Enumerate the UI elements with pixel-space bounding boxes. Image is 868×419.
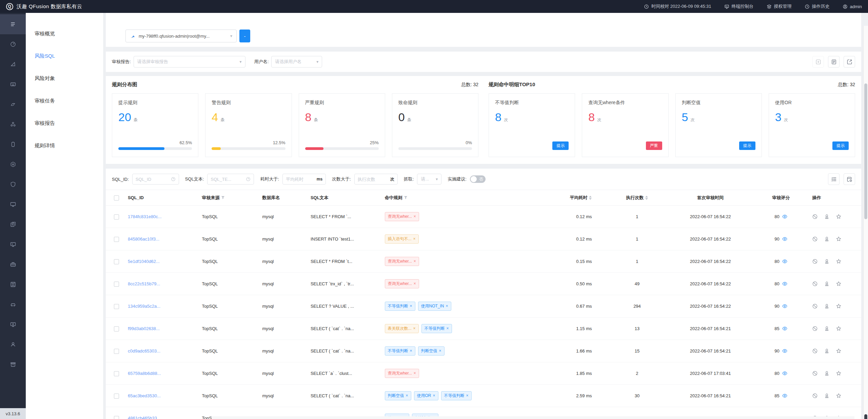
tag-close-icon[interactable]: × [414,371,416,376]
star-icon[interactable] [836,303,842,309]
sql-id-input[interactable] [136,177,171,182]
scrollbar-thumb-dark[interactable] [864,414,867,419]
backup-icon[interactable] [0,274,26,294]
star-icon[interactable] [836,281,842,287]
tag-close-icon[interactable]: × [466,393,469,398]
tag-close-icon[interactable]: × [414,259,416,264]
sql-text-input[interactable] [211,177,246,182]
instance-select[interactable]: my-798ff0.qfusion-admin|root@my... ▾ [125,30,237,42]
sort-control[interactable] [645,196,648,200]
sidebar-item-5[interactable]: 规则详情 [26,134,103,157]
rule-tag[interactable]: 使用OR× [414,391,438,400]
eye-icon[interactable] [782,236,788,242]
database-icon[interactable] [0,134,26,154]
report-icon[interactable] [0,214,26,234]
row-checkbox[interactable] [114,371,119,376]
sql-id-link[interactable]: f99d3ab02638... [128,326,160,331]
tag-close-icon[interactable]: × [414,281,416,286]
eye-icon[interactable] [782,393,788,399]
row-checkbox[interactable] [114,349,119,354]
topbar-item[interactable]: 时间校对 2022-06-09 09:45:31 [644,3,711,9]
tag-close-icon[interactable]: × [410,348,412,353]
sql-id-link[interactable]: 65759a8b6d88... [128,371,161,376]
rule-tag[interactable]: 查询无wher...× [385,369,419,378]
tag-close-icon[interactable]: × [406,393,408,398]
eye-icon[interactable] [782,326,788,331]
toolbox-icon[interactable] [0,254,26,274]
sql-id-link[interactable]: 134c959a5c2a... [128,304,160,309]
top-sql-icon[interactable] [0,54,26,74]
ban-icon[interactable] [812,303,818,309]
stamp-icon[interactable] [824,393,830,399]
user-icon[interactable] [0,335,26,355]
sidebar-item-2[interactable]: 风险对象 [26,67,103,90]
rule-tag[interactable]: 插入语句不...× [385,234,419,244]
topbar-item[interactable]: admin [843,4,862,9]
rule-tag[interactable]: 判断空值× [385,391,411,400]
menu-icon[interactable] [0,14,26,34]
rule-tag[interactable]: 判断空值× [418,346,445,356]
checklist-icon[interactable] [828,173,840,185]
rule-tag[interactable]: 不等值判断× [385,346,415,356]
severity-tag[interactable]: 提示 [552,141,569,150]
eye-icon[interactable] [782,214,788,220]
topbar-item[interactable]: 授权管理 [767,3,792,9]
eye-icon[interactable] [782,348,788,354]
eye-icon[interactable] [782,303,788,309]
select-all-checkbox[interactable] [114,195,119,201]
time-gt-input[interactable] [286,177,315,182]
row-checkbox[interactable] [114,282,119,287]
stamp-icon[interactable] [824,348,830,354]
tag-close-icon[interactable]: × [414,214,416,219]
tag-close-icon[interactable]: × [413,236,416,241]
stamp-icon[interactable] [824,214,830,220]
topbar-item[interactable]: 操作历史 [805,3,830,9]
host-icon[interactable] [0,315,26,335]
eye-icon[interactable] [782,281,788,287]
row-checkbox[interactable] [114,326,119,331]
rule-tag[interactable]: 不等值判断× [385,302,415,311]
add-square-icon[interactable] [812,56,824,68]
eye-icon[interactable] [782,370,788,376]
publish-icon[interactable] [0,94,26,114]
inspection-icon[interactable] [0,154,26,174]
ban-icon[interactable] [812,281,818,287]
sql-id-link[interactable]: 1784fc831e80c... [128,214,162,219]
star-icon[interactable] [836,214,842,220]
resource-icon[interactable] [0,294,26,315]
rule-tag[interactable]: 不等值判断× [421,324,452,333]
sql-id-link[interactable]: 5e1df1040d62... [128,259,160,264]
sort-control[interactable] [589,196,592,200]
ban-icon[interactable] [812,370,818,376]
sidebar-item-0[interactable]: 审核概览 [26,22,103,45]
rule-tag[interactable]: 不等值判断× [441,391,472,400]
vertical-scrollbar[interactable] [863,26,868,419]
star-icon[interactable] [836,326,842,331]
star-icon[interactable] [836,236,842,242]
console-icon[interactable] [0,234,26,254]
sql-id-link[interactable]: c0d9adc65303... [128,348,160,354]
stamp-icon[interactable] [824,236,830,242]
sidebar-item-4[interactable]: 审核报告 [26,112,103,134]
tag-close-icon[interactable]: × [446,304,448,308]
star-icon[interactable] [836,348,842,354]
scrollbar-thumb[interactable] [864,83,867,219]
rule-tag[interactable]: 查询无wher...× [385,212,419,221]
horizontal-scrollbar[interactable] [212,416,854,419]
terminal-icon[interactable] [0,74,26,94]
ban-icon[interactable] [812,326,818,331]
star-icon[interactable] [836,370,842,376]
filter-funnel-icon[interactable] [404,196,408,199]
row-checkbox[interactable] [114,214,119,220]
count-gt-input[interactable] [358,177,389,182]
severity-tag[interactable]: 提示 [739,141,755,150]
tag-close-icon[interactable]: × [413,326,416,331]
ban-icon[interactable] [812,214,818,220]
stamp-icon[interactable] [824,370,830,376]
star-icon[interactable] [836,393,842,399]
row-checkbox[interactable] [114,394,119,399]
rule-tag[interactable]: 查询无wher...× [385,257,419,266]
row-checkbox[interactable] [114,416,119,419]
sql-id-link[interactable]: 65ac3bed3530... [128,393,161,398]
sql-id-link[interactable]: 4861cb465b33... [128,416,161,419]
